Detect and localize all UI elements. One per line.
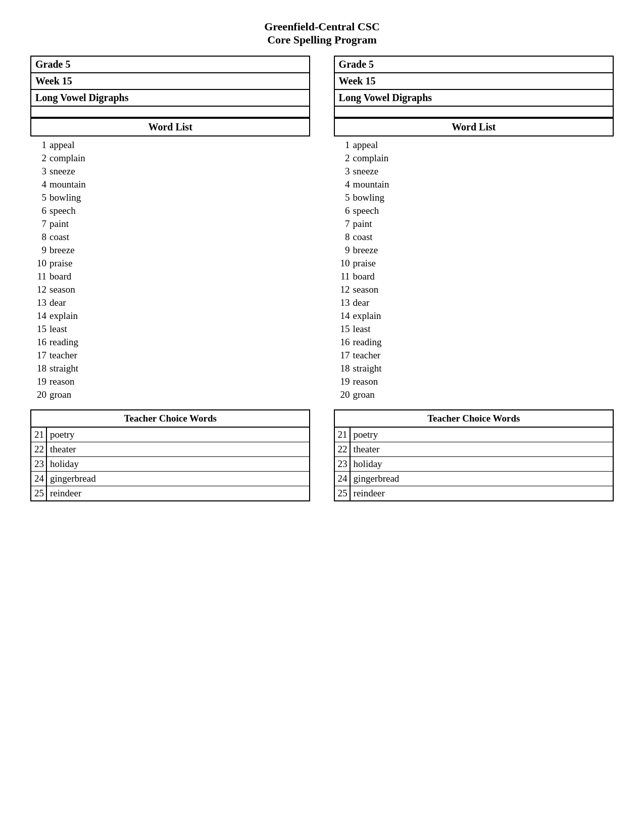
list-item: 18straight xyxy=(30,362,310,375)
teacher-choice-table: 21poetry22theater23holiday24gingerbread2… xyxy=(334,427,614,501)
word-number: 3 xyxy=(30,166,46,177)
word-text: straight xyxy=(49,363,78,374)
list-item: 3sneeze xyxy=(30,165,310,178)
tc-number: 24 xyxy=(334,472,350,486)
word-text: speech xyxy=(49,205,76,216)
word-text: least xyxy=(49,323,67,335)
list-item: 1appeal xyxy=(30,138,310,152)
word-text: complain xyxy=(49,153,85,164)
program-name: Core Spelling Program xyxy=(30,33,614,47)
word-text: breeze xyxy=(49,245,75,256)
list-item: 9breeze xyxy=(334,244,614,257)
table-row: 21poetry xyxy=(31,427,310,442)
teacher-choice-header: Teacher Choice Words xyxy=(334,409,614,427)
list-item: 7paint xyxy=(334,217,614,230)
word-text: teacher xyxy=(49,350,77,361)
week-label: Week 15 xyxy=(335,73,613,90)
column-2: Grade 5Week 15Long Vowel DigraphsWord Li… xyxy=(334,56,614,501)
list-item: 17teacher xyxy=(30,349,310,362)
word-number: 7 xyxy=(30,218,46,229)
word-number: 8 xyxy=(334,231,350,243)
word-number: 4 xyxy=(334,179,350,190)
list-item: 11board xyxy=(334,270,614,283)
word-list-header: Word List xyxy=(334,118,614,136)
word-number: 18 xyxy=(334,363,350,374)
table-row: 25reindeer xyxy=(31,486,310,501)
teacher-choice-table: 21poetry22theater23holiday24gingerbread2… xyxy=(30,427,310,501)
word-text: appeal xyxy=(353,140,378,151)
table-row: 24gingerbread xyxy=(31,472,310,486)
table-row: 23holiday xyxy=(334,457,613,472)
word-number: 20 xyxy=(334,389,350,400)
word-number: 9 xyxy=(30,245,46,256)
word-number: 5 xyxy=(30,192,46,203)
word-text: sneeze xyxy=(49,166,75,177)
word-text: season xyxy=(353,284,379,295)
list-item: 11board xyxy=(30,270,310,283)
word-number: 15 xyxy=(30,323,46,335)
word-list-header: Word List xyxy=(30,118,310,136)
list-item: 6speech xyxy=(334,204,614,217)
list-item: 5bowling xyxy=(334,191,614,204)
list-item: 16reading xyxy=(334,336,614,349)
word-text: coast xyxy=(49,231,69,243)
word-text: dear xyxy=(49,297,66,308)
table-row: 25reindeer xyxy=(334,486,613,501)
word-number: 13 xyxy=(30,297,46,308)
list-item: 18straight xyxy=(334,362,614,375)
word-number: 16 xyxy=(30,337,46,348)
tc-number: 25 xyxy=(334,486,350,501)
word-number: 16 xyxy=(334,337,350,348)
tc-word-text: theater xyxy=(350,442,613,457)
column-1: Grade 5Week 15Long Vowel DigraphsWord Li… xyxy=(30,56,310,501)
list-item: 19reason xyxy=(334,375,614,388)
word-number: 20 xyxy=(30,389,46,400)
list-item: 2complain xyxy=(334,152,614,165)
word-number: 13 xyxy=(334,297,350,308)
word-text: reading xyxy=(353,337,382,348)
word-text: explain xyxy=(49,310,78,321)
tc-number: 23 xyxy=(334,457,350,472)
word-text: mountain xyxy=(353,179,389,190)
list-item: 3sneeze xyxy=(334,165,614,178)
tc-word-text: gingerbread xyxy=(350,472,613,486)
teacher-choice-header: Teacher Choice Words xyxy=(30,409,310,427)
word-number: 1 xyxy=(334,140,350,151)
word-text: teacher xyxy=(353,350,381,361)
list-item: 6speech xyxy=(30,204,310,217)
list-item: 19reason xyxy=(30,375,310,388)
list-item: 12season xyxy=(334,283,614,296)
word-text: sneeze xyxy=(353,166,379,177)
word-list: 1appeal2complain3sneeze4mountain5bowling… xyxy=(30,138,310,401)
word-text: least xyxy=(353,323,371,335)
word-text: appeal xyxy=(49,140,75,151)
tc-number: 25 xyxy=(31,486,46,501)
list-item: 5bowling xyxy=(30,191,310,204)
tc-number: 21 xyxy=(31,427,46,442)
table-row: 24gingerbread xyxy=(334,472,613,486)
spacer xyxy=(335,107,613,118)
list-item: 9breeze xyxy=(30,244,310,257)
tc-word-text: poetry xyxy=(350,427,613,442)
word-text: mountain xyxy=(49,179,86,190)
table-row: 22theater xyxy=(334,442,613,457)
word-number: 6 xyxy=(30,205,46,216)
list-item: 14explain xyxy=(30,309,310,322)
tc-word-text: poetry xyxy=(46,427,310,442)
word-number: 8 xyxy=(30,231,46,243)
word-number: 17 xyxy=(334,350,350,361)
table-row: 23holiday xyxy=(31,457,310,472)
grade-label: Grade 5 xyxy=(335,57,613,73)
word-text: straight xyxy=(353,363,382,374)
week-label: Week 15 xyxy=(31,73,309,90)
word-text: board xyxy=(353,271,375,282)
word-text: bowling xyxy=(49,192,81,203)
list-item: 8coast xyxy=(334,230,614,244)
word-number: 2 xyxy=(30,153,46,164)
list-item: 17teacher xyxy=(334,349,614,362)
word-number: 11 xyxy=(334,271,350,282)
list-item: 4mountain xyxy=(334,178,614,191)
list-item: 1appeal xyxy=(334,138,614,152)
word-text: complain xyxy=(353,153,389,164)
word-number: 10 xyxy=(30,258,46,269)
